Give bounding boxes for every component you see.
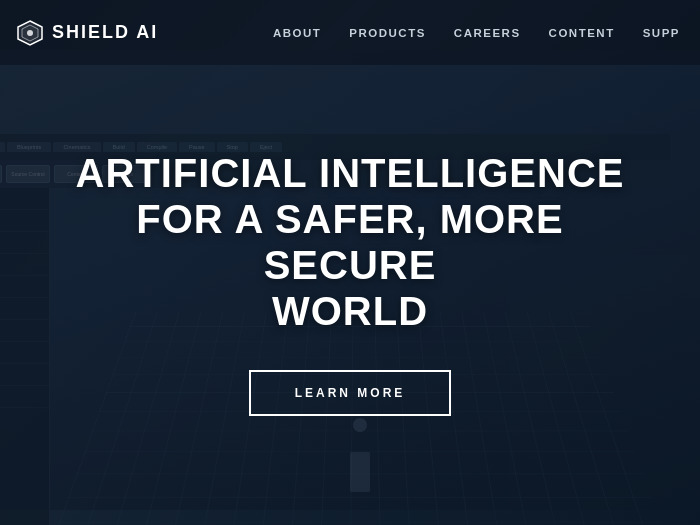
nav-link-support[interactable]: SUPP [643,27,680,39]
hero-title-line2: FOR A SAFER, MORE SECURE [136,197,563,287]
hero-title: ARTIFICIAL INTELLIGENCE FOR A SAFER, MOR… [60,150,640,334]
logo-text: SHIELD AI [52,22,158,43]
logo[interactable]: SHIELD AI [16,19,158,47]
hero-title-line1: ARTIFICIAL INTELLIGENCE [76,151,625,195]
nav-link-careers[interactable]: CAREERS [454,27,521,39]
hero-content: ARTIFICIAL INTELLIGENCE FOR A SAFER, MOR… [60,150,640,416]
navbar: SHIELD AI ABOUT PRODUCTS CAREERS CONTENT… [0,0,700,65]
nav-link-about[interactable]: ABOUT [273,27,321,39]
svg-point-2 [27,30,33,36]
nav-links: ABOUT PRODUCTS CAREERS CONTENT SUPP [273,27,680,39]
nav-link-content[interactable]: CONTENT [549,27,615,39]
logo-icon [16,19,44,47]
hero-section: Characters Blueprints Cinematics Build C… [0,0,700,525]
learn-more-button[interactable]: LEARN MORE [249,370,452,416]
nav-link-products[interactable]: PRODUCTS [349,27,426,39]
hero-title-line3: WORLD [272,289,428,333]
